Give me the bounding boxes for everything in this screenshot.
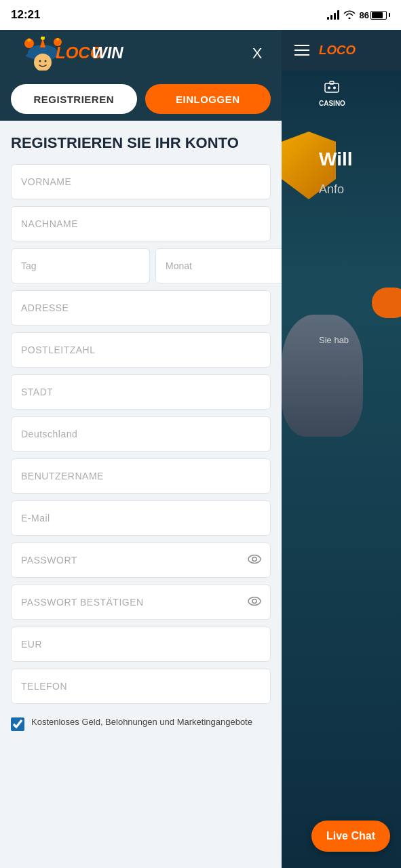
svg-point-18 xyxy=(248,555,261,564)
register-button[interactable]: REGISTRIEREN xyxy=(11,84,137,114)
passwort-eye-icon[interactable] xyxy=(248,553,261,568)
monat-input[interactable] xyxy=(155,248,282,283)
anfo-text: Anfo xyxy=(319,182,344,197)
live-chat-button[interactable]: Live Chat xyxy=(311,821,390,852)
svg-point-19 xyxy=(252,557,256,561)
modal-header: LOCO WIN X xyxy=(0,30,282,77)
svg-point-13 xyxy=(34,54,52,71)
passwort-wrapper xyxy=(11,542,271,578)
vorname-input[interactable] xyxy=(11,164,271,199)
svg-point-12 xyxy=(41,37,45,40)
svg-point-15 xyxy=(45,60,47,62)
passwort-bestaetigen-eye-icon[interactable] xyxy=(248,595,261,610)
svg-point-14 xyxy=(39,60,41,62)
telefon-input[interactable] xyxy=(11,669,271,704)
adresse-input[interactable] xyxy=(11,290,271,326)
battery-icon: 86 xyxy=(360,10,390,20)
svg-point-8 xyxy=(28,39,31,42)
registration-modal: LOCO WIN X REGISTRIEREN EINLOGGEN REGIST… xyxy=(0,30,282,868)
character-decoration xyxy=(282,315,363,437)
wifi-icon xyxy=(343,9,356,21)
passwort-bestaetigen-wrapper xyxy=(11,585,271,620)
casino-nav-item[interactable]: CASINO xyxy=(319,81,345,107)
email-input[interactable] xyxy=(11,500,271,536)
status-icons: 86 xyxy=(327,9,390,21)
tag-input[interactable] xyxy=(11,248,150,283)
svg-point-10 xyxy=(56,38,59,41)
land-input[interactable] xyxy=(11,416,271,452)
sie-hab-text: Sie hab xyxy=(319,335,349,345)
close-button[interactable]: X xyxy=(246,43,268,64)
checkbox-label: Kostenloses Geld, Belohnungen und Market… xyxy=(31,716,252,728)
checkbox-row: Kostenloses Geld, Belohnungen und Market… xyxy=(11,716,271,731)
casino-icon xyxy=(324,81,340,98)
hamburger-icon xyxy=(294,45,309,56)
registration-form[interactable]: REGISTRIEREN SIE IHR KONTO xyxy=(0,121,282,868)
benutzername-input[interactable] xyxy=(11,458,271,494)
hamburger-button[interactable] xyxy=(282,30,322,71)
stadt-input[interactable] xyxy=(11,374,271,410)
login-button[interactable]: EINLOGGEN xyxy=(145,84,271,114)
date-row xyxy=(11,248,271,283)
signal-icon xyxy=(327,10,339,20)
logo-container: LOCO WIN xyxy=(14,37,136,71)
postleitzahl-input[interactable] xyxy=(11,332,271,368)
modal-nav: REGISTRIEREN EINLOGGEN xyxy=(0,77,282,121)
svg-point-2 xyxy=(328,87,330,90)
passwort-bestaetigen-input[interactable] xyxy=(11,585,271,620)
marketing-checkbox[interactable] xyxy=(11,717,24,731)
svg-text:LOCO: LOCO xyxy=(319,43,356,57)
svg-text:WIN: WIN xyxy=(92,43,123,62)
casino-label: CASINO xyxy=(319,100,345,107)
svg-point-20 xyxy=(248,597,261,606)
form-title: REGISTRIEREN SIE IHR KONTO xyxy=(11,134,271,152)
passwort-input[interactable] xyxy=(11,542,271,578)
svg-point-21 xyxy=(252,599,256,604)
svg-rect-1 xyxy=(325,83,339,92)
svg-point-3 xyxy=(333,87,336,90)
status-bar: 12:21 86 xyxy=(0,0,401,30)
status-time: 12:21 xyxy=(11,8,40,22)
eur-input[interactable] xyxy=(11,627,271,662)
nachname-input[interactable] xyxy=(11,206,271,241)
welcome-text: Will xyxy=(319,149,353,170)
svg-rect-4 xyxy=(330,81,334,84)
locowin-logo: LOCO WIN xyxy=(14,37,136,71)
main-container: LOCO CASINO Will Anfo xyxy=(0,30,401,868)
website-logo-small: LOCO xyxy=(319,35,373,66)
orange-cta-bg xyxy=(372,288,401,318)
